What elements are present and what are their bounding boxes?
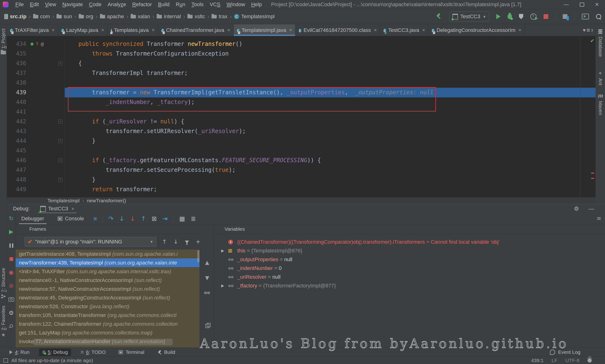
menu-item-vcs[interactable]: VCS xyxy=(206,1,223,8)
run-anything-button[interactable] xyxy=(582,14,589,19)
pause-button[interactable] xyxy=(7,243,16,249)
show-watches-icon[interactable]: oo xyxy=(200,290,214,295)
stack-frame-row[interactable]: newInstance:57, NativeConstructorAccesso… xyxy=(16,285,199,293)
project-structure-button[interactable] xyxy=(563,14,567,19)
variable-row[interactable]: ▶oo_tfactory = {TransformerFactoryImpl@8… xyxy=(214,281,605,290)
breadcrumb-item[interactable]: com xyxy=(33,13,50,20)
code-line[interactable]: 436− { xyxy=(7,59,595,68)
code-line[interactable]: 434↑@ public synchronized Transformer ne… xyxy=(7,39,595,49)
pin-tab-icon[interactable] xyxy=(7,322,16,329)
restore-layout-icon[interactable]: ≡ xyxy=(596,215,601,222)
tab-debugger[interactable]: Debugger xyxy=(17,213,48,224)
frame-up-icon[interactable]: ↑ xyxy=(162,238,167,245)
stack-frame-row[interactable]: get:151, LazyMap (org.apache.commons.col… xyxy=(16,328,199,337)
menu-item-build[interactable]: Build xyxy=(155,1,173,8)
hide-frames-filter-icon[interactable] xyxy=(185,241,189,243)
fold-start-icon[interactable]: − xyxy=(58,120,62,124)
stack-frame-row[interactable]: getTransletInstance:408, TemplatesImpl (… xyxy=(16,250,199,258)
close-icon[interactable]: × xyxy=(518,27,521,33)
menu-item-view[interactable]: View xyxy=(42,1,59,8)
minimize-button[interactable]: — xyxy=(564,1,569,8)
sidebar-item-favorites[interactable]: 2: Favorites★ xyxy=(0,306,7,337)
close-icon[interactable]: × xyxy=(71,206,74,211)
rerun-button[interactable]: ↻ xyxy=(7,215,16,222)
breadcrumb-item[interactable]: xsltc xyxy=(187,13,205,20)
menu-item-file[interactable]: File xyxy=(12,1,27,8)
breadcrumb-item[interactable]: org xyxy=(79,13,93,20)
code-line[interactable]: 437 TransformerImpl transformer; xyxy=(7,68,595,78)
run-with-coverage-button[interactable] xyxy=(519,14,523,19)
search-everywhere-button[interactable] xyxy=(596,14,601,19)
sidebar-item-structure[interactable]: 7: Structure xyxy=(0,268,7,298)
fold-start-icon[interactable]: − xyxy=(58,158,62,162)
run-configuration-select[interactable]: TestCC3 ▼ xyxy=(449,12,489,22)
code-line[interactable]: 445 xyxy=(7,146,595,156)
stop-process-button[interactable] xyxy=(7,256,16,262)
close-icon[interactable]: × xyxy=(289,27,292,33)
editor-tab[interactable]: CTestCC3.java× xyxy=(380,24,428,36)
toolwindow-button-build[interactable]: Build xyxy=(154,348,179,356)
code-line[interactable]: 448˄ } xyxy=(7,175,595,185)
move-down-icon[interactable]: ▼ xyxy=(200,275,214,281)
settings-sliders-icon[interactable]: ≣ xyxy=(191,215,196,222)
build-project-button[interactable] xyxy=(436,13,442,20)
thread-dump-camera-icon[interactable] xyxy=(7,296,16,303)
caret-position[interactable]: 439:1 xyxy=(531,358,543,363)
view-breakpoints-button[interactable]: ◉ xyxy=(7,269,16,276)
code-line[interactable]: 443 transformer.setURIResolver(_uriResol… xyxy=(7,127,595,136)
settings-gear-icon[interactable]: ⚙ xyxy=(574,205,579,212)
sidebar-item-project[interactable]: 1: Project xyxy=(0,29,7,54)
editor-tab[interactable]: CDelegatingConstructorAccessorIm× xyxy=(428,24,525,36)
variable-row[interactable]: oo_outputProperties = null xyxy=(214,255,605,264)
close-icon[interactable]: × xyxy=(374,27,377,33)
breadcrumb-class[interactable]: TemplatesImpl xyxy=(48,198,79,204)
toolwindow-button-5-debug[interactable]: 5: Debug xyxy=(39,348,71,356)
stack-frame-row[interactable]: newInstance:45, DelegatingConstructorAcc… xyxy=(16,293,199,302)
fold-start-icon[interactable]: − xyxy=(58,62,62,65)
code-line[interactable]: 449 return transformer; xyxy=(7,185,595,194)
step-out-button[interactable]: ↑ xyxy=(141,215,146,222)
stack-frame-row[interactable]: transform:122, ChainedTransformer (org.a… xyxy=(16,320,199,328)
force-step-into-button[interactable]: ↓ xyxy=(130,215,135,222)
code-line[interactable]: 444˄ } xyxy=(7,136,595,146)
close-icon[interactable]: × xyxy=(152,27,154,33)
variable-row[interactable]: oo_indentNumber = 0 xyxy=(214,264,605,273)
stack-frame-row[interactable]: newTransformer:439, TemplatesImpl (com.s… xyxy=(16,258,199,267)
breadcrumb-item[interactable]: xalan xyxy=(131,13,150,20)
menu-item-navigate[interactable]: Navigate xyxy=(59,1,86,8)
fold-end-icon[interactable]: ˄ xyxy=(58,139,62,143)
step-into-button[interactable]: ↓ xyxy=(119,215,124,222)
variable-row[interactable]: !((ChainedTransformer)((TransformingComp… xyxy=(214,237,605,246)
stack-frame-row[interactable]: transform:105, InstantiateTransformer (o… xyxy=(16,311,199,320)
thread-select[interactable]: ✔ "main"@1 in group "main": RUNNING ▼ xyxy=(25,237,156,247)
stack-frame-row[interactable]: <init>:64, TrAXFilter (com.sun.org.apach… xyxy=(16,267,199,276)
code-line[interactable]: 435 throws TransformerConfigurationExcep… xyxy=(7,49,595,59)
evaluate-expression-button[interactable]: ▦ xyxy=(179,215,185,222)
toolwindow-button-terminal[interactable]: ▸Terminal xyxy=(115,348,147,356)
move-up-icon[interactable]: ▲ xyxy=(200,260,214,265)
breadcrumb-item[interactable]: CTemplatesImpl xyxy=(234,13,275,20)
breadcrumb-item[interactable]: apache xyxy=(100,13,124,20)
resume-button[interactable]: ▶ xyxy=(7,228,16,235)
tab-console[interactable]: ▸ Console xyxy=(54,213,88,224)
code-line[interactable]: 442− if (_uriResolver != null) { xyxy=(7,117,595,127)
toolwindows-toggle-icon[interactable] xyxy=(3,358,8,363)
close-icon[interactable]: × xyxy=(101,27,104,33)
expand-arrow-icon[interactable]: ▶ xyxy=(221,281,224,290)
highlighting-level-icon[interactable] xyxy=(588,358,592,363)
code-editor[interactable]: 434↑@ public synchronized Transformer ne… xyxy=(7,36,595,197)
editor-tab[interactable]: CEvilCat7461847207500.class× xyxy=(296,24,380,36)
breadcrumb-method[interactable]: newTransformer() xyxy=(87,198,126,204)
frames-scrollbar[interactable] xyxy=(197,250,199,262)
editor-tab[interactable]: CChainedTransformer.java× xyxy=(158,24,234,36)
file-encoding[interactable]: UTF-8 xyxy=(566,358,580,363)
mute-breakpoints-button[interactable]: ⊘ xyxy=(7,283,16,289)
code-line[interactable]: 438 xyxy=(7,78,595,88)
run-button[interactable] xyxy=(496,14,501,19)
expand-arrow-icon[interactable]: ▶ xyxy=(221,246,224,255)
toolwindow-button-6-todo[interactable]: ≡6: TODO xyxy=(77,348,109,356)
breadcrumb-item[interactable]: src.zip xyxy=(4,13,26,20)
stack-frame-row[interactable]: newInstance:526, Constructor (java.lang.… xyxy=(16,302,199,311)
sidebar-item-ant[interactable]: ∗Ant xyxy=(595,70,605,85)
close-icon[interactable]: × xyxy=(422,27,425,33)
